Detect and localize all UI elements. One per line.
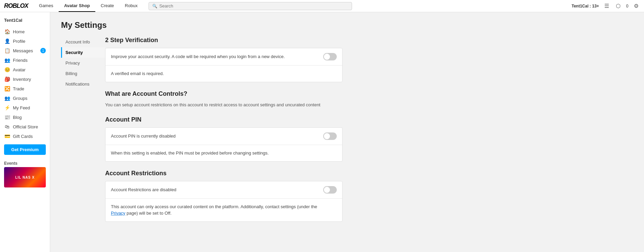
nav-games[interactable]: Games xyxy=(34,0,59,12)
account-restrictions-note: This account can only access our curated… xyxy=(111,203,337,217)
section-two-step-card: Improve your account security. A code wi… xyxy=(105,48,343,82)
messages-badge: 1 xyxy=(40,48,46,53)
account-pin-toggle-row: Account PIN is currently disabled xyxy=(105,128,342,145)
sidebar-item-home[interactable]: 🏠 Home xyxy=(0,27,50,36)
sidebar-item-messages-label: Messages xyxy=(13,48,33,53)
robux-count[interactable]: 0 xyxy=(626,4,628,8)
sidebar-item-inventory-label: Inventory xyxy=(13,77,31,82)
sidebar-item-blog-label: Blog xyxy=(13,115,22,120)
account-pin-note: When this setting is enabled, the PIN mu… xyxy=(111,150,337,157)
sidebar-item-friends[interactable]: 👥 Friends xyxy=(0,55,50,65)
sidebar-item-profile[interactable]: 👤 Profile xyxy=(0,36,50,46)
inventory-icon: 🎒 xyxy=(4,76,10,82)
events-banner-text: LIL NAS X xyxy=(15,176,35,179)
sidebar-item-profile-label: Profile xyxy=(13,39,25,44)
section-account-controls: What are Account Controls? You can setup… xyxy=(105,90,343,108)
settings-layout: Account Info Security Privacy Billing No… xyxy=(61,37,633,230)
nav-robux[interactable]: Robux xyxy=(119,0,143,12)
account-restrictions-status: Account Restrictions are disabled xyxy=(111,186,323,193)
home-icon: 🏠 xyxy=(4,29,10,34)
section-account-restrictions: Account Restrictions Account Restriction… xyxy=(105,170,343,222)
settings-navigation: Account Info Security Privacy Billing No… xyxy=(61,37,105,230)
username-label: Tent1Cal : 13+ xyxy=(571,4,599,8)
account-restrictions-toggle-row: Account Restrictions are disabled xyxy=(105,181,342,199)
topnav-right: Tent1Cal : 13+ ☰ ⬡ 0 ⚙ xyxy=(571,2,640,10)
sidebar: Tent1Cal 🏠 Home 👤 Profile 📋 Messages 1 👥… xyxy=(0,12,50,252)
sidebar-item-my-feed-label: My Feed xyxy=(13,105,30,110)
friends-icon: 👥 xyxy=(4,57,10,63)
account-pin-note-row: When this setting is enabled, the PIN mu… xyxy=(105,145,342,161)
chat-icon[interactable]: ☰ xyxy=(603,2,610,10)
account-pin-toggle[interactable] xyxy=(323,132,337,140)
section-account-pin-title: Account PIN xyxy=(105,116,343,123)
sidebar-item-avatar[interactable]: 😊 Avatar xyxy=(0,65,50,74)
account-controls-description: You can setup account restrictions on th… xyxy=(105,102,343,108)
main-content: My Settings Account Info Security Privac… xyxy=(50,12,644,252)
feed-icon: ⚡ xyxy=(4,105,10,110)
section-account-pin-card: Account PIN is currently disabled When t… xyxy=(105,127,343,162)
sidebar-item-my-feed[interactable]: ⚡ My Feed xyxy=(0,103,50,112)
sidebar-username: Tent1Cal xyxy=(0,16,50,27)
nav-links: Games Avatar Shop Create Robux xyxy=(34,0,143,12)
sidebar-item-blog[interactable]: 📰 Blog xyxy=(0,112,50,122)
top-navigation: ROBLOX Games Avatar Shop Create Robux 🔍 … xyxy=(0,0,644,12)
nav-create[interactable]: Create xyxy=(95,0,119,12)
privacy-link[interactable]: Privacy xyxy=(111,211,125,216)
groups-icon: 👥 xyxy=(4,95,10,101)
store-icon: 🛍 xyxy=(4,124,10,129)
two-step-note-row: A verified email is required. xyxy=(105,66,342,82)
profile-icon: 👤 xyxy=(4,38,10,44)
page-layout: Tent1Cal 🏠 Home 👤 Profile 📋 Messages 1 👥… xyxy=(0,12,644,252)
search-icon: 🔍 xyxy=(152,4,157,8)
search-bar[interactable]: 🔍 xyxy=(149,2,352,10)
shield-icon[interactable]: ⬡ xyxy=(614,2,622,10)
sidebar-item-official-store-label: Official Store xyxy=(13,124,38,129)
sidebar-item-avatar-label: Avatar xyxy=(13,67,25,72)
settings-nav-privacy[interactable]: Privacy xyxy=(61,58,105,68)
section-account-controls-title: What are Account Controls? xyxy=(105,90,343,97)
settings-content: 2 Step Verification Improve your account… xyxy=(105,37,343,230)
sidebar-item-home-label: Home xyxy=(13,29,25,34)
events-label: Events xyxy=(0,158,50,167)
page-title: My Settings xyxy=(61,20,633,30)
messages-icon: 📋 xyxy=(4,48,10,53)
gift-cards-icon: 💳 xyxy=(4,133,10,139)
sidebar-item-messages[interactable]: 📋 Messages 1 xyxy=(0,46,50,55)
settings-nav-notifications[interactable]: Notifications xyxy=(61,79,105,89)
sidebar-item-trade[interactable]: 🔀 Trade xyxy=(0,84,50,93)
sidebar-item-gift-cards-label: Gift Cards xyxy=(13,134,33,139)
nav-avatar-shop[interactable]: Avatar Shop xyxy=(59,0,95,12)
trade-icon: 🔀 xyxy=(4,86,10,91)
avatar-icon: 😊 xyxy=(4,67,10,72)
account-pin-status: Account PIN is currently disabled xyxy=(111,133,323,140)
section-account-restrictions-title: Account Restrictions xyxy=(105,170,343,177)
roblox-logo: ROBLOX xyxy=(4,2,28,10)
sidebar-item-trade-label: Trade xyxy=(13,86,24,91)
account-restrictions-note-row: This account can only access our curated… xyxy=(105,199,342,221)
two-step-toggle[interactable] xyxy=(323,53,337,60)
section-two-step-title: 2 Step Verification xyxy=(105,37,343,44)
settings-nav-billing[interactable]: Billing xyxy=(61,68,105,79)
section-account-pin: Account PIN Account PIN is currently dis… xyxy=(105,116,343,162)
blog-icon: 📰 xyxy=(4,114,10,120)
search-input[interactable] xyxy=(159,3,348,8)
two-step-toggle-row: Improve your account security. A code wi… xyxy=(105,48,342,66)
two-step-note: A verified email is required. xyxy=(111,70,337,77)
settings-nav-account-info[interactable]: Account Info xyxy=(61,37,105,47)
section-account-restrictions-card: Account Restrictions are disabled This a… xyxy=(105,181,343,222)
section-two-step: 2 Step Verification Improve your account… xyxy=(105,37,343,82)
account-restrictions-toggle[interactable] xyxy=(323,186,337,194)
sidebar-item-gift-cards[interactable]: 💳 Gift Cards xyxy=(0,131,50,141)
sidebar-item-groups-label: Groups xyxy=(13,96,27,101)
sidebar-item-groups[interactable]: 👥 Groups xyxy=(0,93,50,103)
sidebar-item-official-store[interactable]: 🛍 Official Store xyxy=(0,122,50,131)
sidebar-item-inventory[interactable]: 🎒 Inventory xyxy=(0,74,50,84)
settings-icon[interactable]: ⚙ xyxy=(632,2,640,10)
events-banner[interactable]: LIL NAS X xyxy=(4,167,46,187)
settings-nav-security[interactable]: Security xyxy=(61,47,105,58)
two-step-description: Improve your account security. A code wi… xyxy=(111,53,323,60)
get-premium-button[interactable]: Get Premium xyxy=(4,144,46,155)
sidebar-item-friends-label: Friends xyxy=(13,58,27,63)
